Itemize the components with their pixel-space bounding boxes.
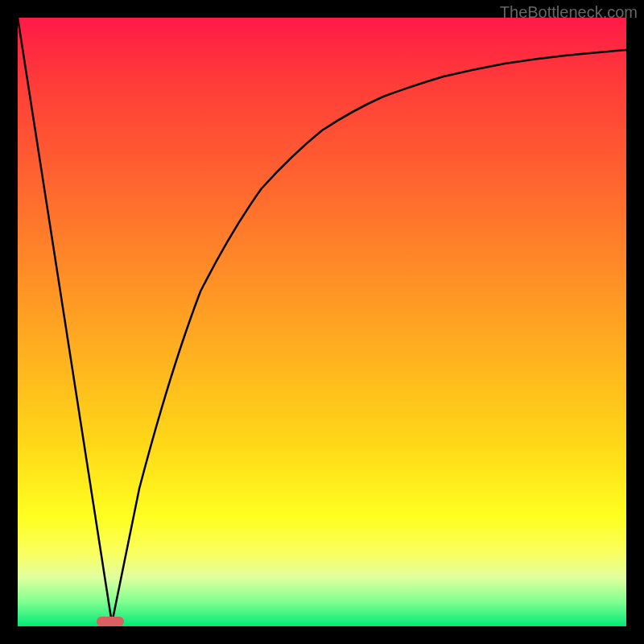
minimum-marker (97, 617, 124, 626)
right-curve (112, 50, 626, 623)
left-line (18, 18, 112, 623)
watermark-text: TheBottleneck.com (500, 3, 638, 22)
chart-curve (18, 18, 626, 626)
